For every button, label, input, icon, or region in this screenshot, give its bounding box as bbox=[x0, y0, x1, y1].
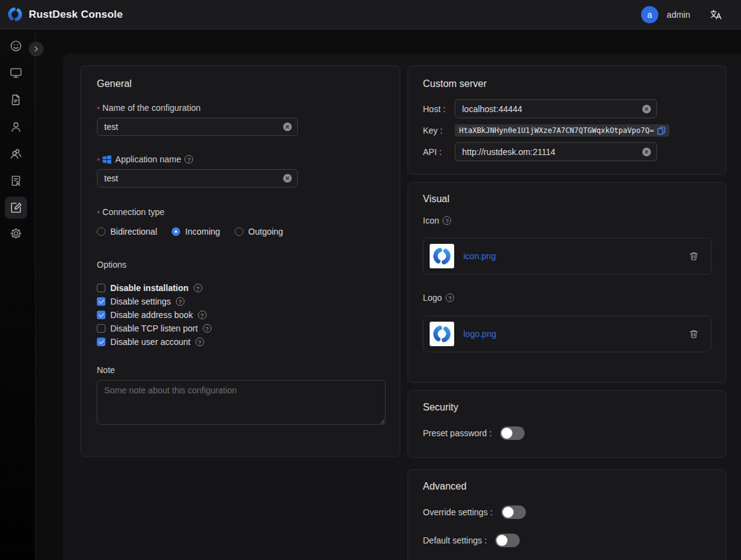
sidebar-item-custom-client[interactable] bbox=[5, 197, 27, 219]
trash-icon[interactable] bbox=[689, 329, 699, 339]
required-asterisk: * bbox=[97, 156, 100, 165]
sidebar-collapse-button[interactable] bbox=[29, 42, 44, 56]
checkbox-box bbox=[97, 338, 105, 346]
radio-circle bbox=[172, 227, 180, 236]
windows-icon bbox=[102, 155, 112, 164]
radio-circle bbox=[97, 227, 105, 236]
radio-bidirectional[interactable]: Bidirectional bbox=[97, 227, 157, 236]
checkbox-disable-user-account[interactable]: Disable user account ? bbox=[97, 335, 384, 349]
checkbox-box bbox=[97, 311, 105, 319]
visual-title: Visual bbox=[423, 194, 711, 205]
default-settings-toggle[interactable] bbox=[495, 534, 520, 547]
app-name-label: * Application name ? bbox=[97, 154, 384, 164]
user-icon bbox=[9, 120, 23, 134]
checkbox-disable-address-book[interactable]: Disable address book ? bbox=[97, 308, 384, 322]
clear-icon[interactable] bbox=[283, 123, 292, 131]
note-label: Note bbox=[97, 365, 384, 375]
document-icon bbox=[9, 93, 23, 107]
icon-file-link[interactable]: icon.png bbox=[463, 251, 496, 261]
checkbox-box bbox=[97, 297, 105, 306]
config-name-label: * Name of the configuration bbox=[97, 103, 384, 113]
users-icon bbox=[9, 147, 23, 161]
override-settings-label: Override settings : bbox=[423, 507, 493, 517]
app-name-input-wrap bbox=[97, 169, 298, 187]
edit-square-icon bbox=[9, 201, 23, 214]
connection-type-label: * Connection type bbox=[97, 207, 384, 217]
preset-password-toggle[interactable] bbox=[500, 426, 525, 440]
logo-thumbnail bbox=[430, 322, 454, 346]
host-input-wrap bbox=[455, 99, 657, 118]
default-settings-label: Default settings : bbox=[423, 535, 487, 545]
trash-icon[interactable] bbox=[689, 251, 699, 261]
help-icon[interactable]: ? bbox=[443, 216, 451, 225]
radio-circle bbox=[235, 227, 243, 236]
security-title: Security bbox=[423, 402, 711, 413]
radio-outgoing[interactable]: Outgoing bbox=[235, 227, 283, 236]
sidebar-item-groups[interactable] bbox=[9, 146, 23, 161]
clear-icon[interactable] bbox=[283, 174, 292, 183]
sidebar-item-sessions[interactable] bbox=[9, 93, 23, 107]
help-icon[interactable]: ? bbox=[184, 155, 193, 164]
override-settings-toggle[interactable] bbox=[501, 505, 526, 519]
smiley-icon bbox=[9, 39, 23, 53]
sidebar-item-users[interactable] bbox=[9, 119, 23, 134]
host-label: Host : bbox=[423, 104, 455, 114]
advanced-title: Advanced bbox=[423, 481, 711, 492]
options-label: Options bbox=[97, 260, 384, 270]
config-name-input-wrap bbox=[97, 118, 298, 136]
general-card: General * Name of the configuration * bbox=[80, 66, 400, 456]
api-input[interactable] bbox=[462, 147, 638, 157]
brand: RustDesk Console bbox=[0, 6, 123, 23]
sidebar-item-audit[interactable] bbox=[9, 173, 23, 188]
server-key-value: HtaXBkJNHyn0e1U1jWXze7A7CN7QTGWqxkOtpaVp… bbox=[459, 126, 654, 135]
app-title: RustDesk Console bbox=[29, 9, 123, 21]
api-label: API : bbox=[423, 147, 455, 157]
radio-incoming[interactable]: Incoming bbox=[172, 227, 220, 236]
connection-type-group: Bidirectional Incoming Outgoing bbox=[97, 227, 384, 236]
logo-label: Logo ? bbox=[423, 293, 711, 303]
gear-icon bbox=[9, 227, 23, 240]
app-name-input[interactable] bbox=[104, 173, 279, 183]
checkbox-box bbox=[97, 284, 105, 292]
checkbox-disable-settings[interactable]: Disable settings ? bbox=[97, 295, 384, 308]
server-key-chip: HtaXBkJNHyn0e1U1jWXze7A7CN7QTGWqxkOtpaVp… bbox=[455, 124, 669, 137]
rustdesk-logo-icon bbox=[7, 6, 23, 23]
monitor-icon bbox=[9, 66, 23, 80]
sidebar-item-dashboard[interactable] bbox=[9, 39, 23, 53]
icon-upload-box[interactable]: icon.png bbox=[423, 238, 712, 274]
checkbox-box bbox=[97, 324, 105, 333]
preset-password-label: Preset password : bbox=[423, 428, 492, 438]
help-icon[interactable]: ? bbox=[446, 293, 454, 302]
logo-file-link[interactable]: logo.png bbox=[463, 329, 496, 339]
required-asterisk: * bbox=[97, 105, 100, 114]
icon-label: Icon ? bbox=[423, 216, 711, 225]
visual-card: Visual Icon ? icon.png bbox=[408, 182, 726, 383]
help-icon[interactable]: ? bbox=[196, 338, 204, 346]
custom-server-card: Custom server Host : Key : HtaXBkJNHyn0e… bbox=[408, 66, 726, 175]
clear-icon[interactable] bbox=[642, 105, 651, 113]
avatar[interactable]: a bbox=[641, 6, 658, 23]
clear-icon[interactable] bbox=[642, 148, 651, 156]
checkbox-disable-installation[interactable]: Disable installation ? bbox=[97, 281, 384, 295]
required-asterisk: * bbox=[97, 209, 100, 218]
config-name-input[interactable] bbox=[104, 122, 279, 132]
workspace: General * Name of the configuration * bbox=[36, 29, 741, 560]
advanced-card: Advanced Override settings : Default set… bbox=[408, 469, 726, 560]
host-input[interactable] bbox=[462, 104, 638, 114]
copy-icon[interactable] bbox=[657, 126, 666, 135]
app-header: RustDesk Console a admin bbox=[0, 0, 741, 29]
language-icon[interactable] bbox=[710, 8, 723, 21]
sidebar-item-devices[interactable] bbox=[9, 66, 23, 80]
help-icon[interactable]: ? bbox=[176, 297, 184, 306]
logo-upload-box[interactable]: logo.png bbox=[423, 316, 712, 352]
sidebar-item-settings[interactable] bbox=[9, 226, 23, 241]
note-textarea[interactable] bbox=[97, 380, 386, 425]
key-label: Key : bbox=[423, 126, 455, 135]
username[interactable]: admin bbox=[667, 10, 690, 20]
help-icon[interactable]: ? bbox=[194, 284, 202, 292]
content-panel: General * Name of the configuration * bbox=[63, 54, 741, 560]
general-title: General bbox=[97, 78, 384, 89]
help-icon[interactable]: ? bbox=[203, 324, 211, 333]
help-icon[interactable]: ? bbox=[198, 311, 207, 319]
checkbox-disable-tcp-listen-port[interactable]: Disable TCP listen port ? bbox=[97, 322, 384, 335]
